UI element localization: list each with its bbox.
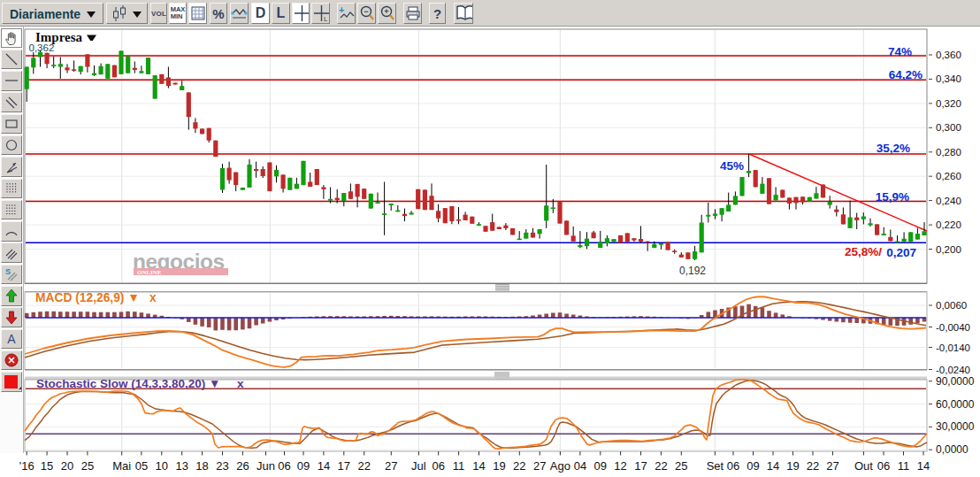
svg-text:0,320: 0,320 bbox=[936, 98, 961, 109]
svg-text:ONLINE: ONLINE bbox=[137, 269, 162, 275]
svg-text:27: 27 bbox=[533, 459, 546, 473]
svg-text:0,207: 0,207 bbox=[886, 246, 916, 259]
svg-text:25: 25 bbox=[81, 459, 94, 473]
svg-text:S: S bbox=[5, 267, 11, 276]
svg-text:20: 20 bbox=[61, 459, 73, 473]
svg-text:14: 14 bbox=[767, 459, 779, 473]
svg-text:30,0000: 30,0000 bbox=[936, 420, 975, 433]
svg-text:0,220: 0,220 bbox=[936, 219, 961, 230]
svg-text:Mai: Mai bbox=[112, 459, 131, 473]
svg-text:14: 14 bbox=[472, 459, 485, 473]
svg-text:10: 10 bbox=[156, 459, 168, 473]
svg-text:Out: Out bbox=[854, 459, 873, 473]
svg-text:Stochastic Slow (14,3,3,80,20): Stochastic Slow (14,3,3,80,20) ▼ bbox=[36, 377, 220, 390]
svg-text:15,9%: 15,9% bbox=[876, 190, 909, 204]
svg-text:22: 22 bbox=[513, 459, 525, 473]
svg-text:−: − bbox=[364, 7, 368, 16]
svg-text:+: + bbox=[339, 5, 344, 15]
svg-text:0,0060: 0,0060 bbox=[936, 300, 967, 311]
svg-text:74%: 74% bbox=[888, 45, 912, 58]
svg-text:12: 12 bbox=[614, 459, 626, 473]
svg-text:0,240: 0,240 bbox=[936, 196, 961, 206]
svg-text:A: A bbox=[7, 332, 16, 346]
svg-text:Jun: Jun bbox=[256, 459, 275, 473]
svg-text:25: 25 bbox=[675, 459, 687, 473]
svg-text:09: 09 bbox=[594, 459, 607, 473]
svg-text:26: 26 bbox=[236, 459, 249, 473]
svg-text:-0,0240: -0,0240 bbox=[936, 365, 970, 375]
svg-text:22: 22 bbox=[357, 459, 370, 473]
svg-text:13: 13 bbox=[175, 459, 188, 473]
svg-text:15: 15 bbox=[41, 459, 53, 473]
svg-text:0,0000: 0,0000 bbox=[936, 443, 969, 456]
svg-text:27: 27 bbox=[385, 459, 397, 473]
svg-text:06: 06 bbox=[278, 459, 290, 473]
svg-text:11: 11 bbox=[453, 459, 465, 473]
svg-text:17: 17 bbox=[634, 459, 647, 473]
svg-text:35,2%: 35,2% bbox=[877, 142, 910, 155]
svg-text:90,0000: 90,0000 bbox=[936, 375, 975, 388]
svg-text:0,362: 0,362 bbox=[29, 42, 55, 53]
svg-text:45%: 45% bbox=[720, 159, 744, 173]
svg-text:27: 27 bbox=[826, 459, 838, 473]
svg-text:17: 17 bbox=[338, 459, 350, 473]
svg-text:22: 22 bbox=[807, 459, 819, 473]
svg-text:19: 19 bbox=[786, 459, 799, 473]
svg-text:22: 22 bbox=[655, 459, 667, 473]
svg-text:06: 06 bbox=[727, 459, 739, 473]
svg-text:64,2%: 64,2% bbox=[889, 68, 923, 81]
svg-text:0,200: 0,200 bbox=[936, 244, 961, 255]
svg-text:18: 18 bbox=[195, 459, 208, 473]
svg-text:0,192: 0,192 bbox=[679, 265, 706, 277]
svg-text:06: 06 bbox=[877, 459, 890, 473]
svg-text:-0,0040: -0,0040 bbox=[936, 322, 970, 333]
svg-text:05: 05 bbox=[135, 459, 148, 473]
svg-text:11: 11 bbox=[898, 459, 910, 473]
svg-text:L: L bbox=[324, 15, 328, 23]
svg-text:Set: Set bbox=[707, 459, 724, 473]
svg-text:09: 09 bbox=[746, 459, 759, 473]
svg-text:x: x bbox=[149, 291, 157, 304]
svg-text:Ago: Ago bbox=[550, 459, 570, 473]
svg-text:09: 09 bbox=[297, 459, 310, 473]
svg-text:0,300: 0,300 bbox=[936, 122, 961, 133]
svg-text:19: 19 bbox=[493, 459, 505, 473]
svg-text:06: 06 bbox=[432, 459, 444, 473]
svg-text:+: + bbox=[384, 7, 388, 16]
svg-text:0,280: 0,280 bbox=[936, 147, 961, 158]
svg-text:14: 14 bbox=[917, 459, 930, 473]
svg-text:Jul: Jul bbox=[411, 459, 426, 473]
svg-text:0,340: 0,340 bbox=[936, 73, 961, 84]
svg-text:0,360: 0,360 bbox=[936, 50, 961, 60]
svg-text:23: 23 bbox=[216, 459, 228, 473]
svg-text:60,0000: 60,0000 bbox=[936, 398, 975, 411]
svg-text:14: 14 bbox=[318, 459, 330, 473]
svg-text:'16: '16 bbox=[19, 459, 34, 473]
svg-text:MACD (12,26,9) ▼: MACD (12,26,9) ▼ bbox=[35, 291, 140, 304]
svg-text:x: x bbox=[237, 377, 244, 390]
svg-text:25,8%/: 25,8%/ bbox=[845, 245, 882, 258]
svg-text:-0,0140: -0,0140 bbox=[936, 342, 970, 353]
svg-text:0,260: 0,260 bbox=[936, 171, 961, 181]
svg-text:04: 04 bbox=[574, 459, 586, 473]
